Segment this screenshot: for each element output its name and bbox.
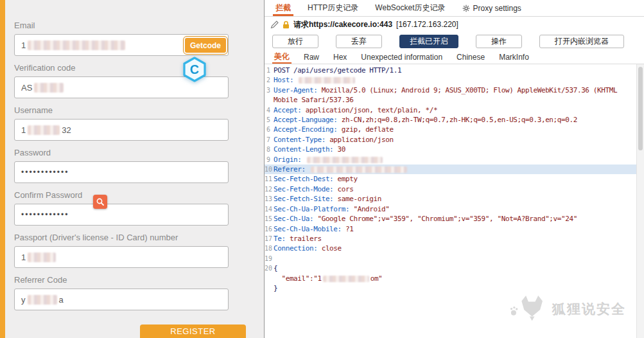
token: Accept: [274,106,306,114]
line-number: 5 [265,115,274,125]
line-number: 12 [265,184,274,194]
line-number [265,283,274,293]
line-number: 19 [265,254,274,263]
token: trailers [290,235,322,243]
email-input[interactable]: 1Getcode [14,34,229,56]
request-bar: 请求https://cakecore.io:443 [167.172.163.2… [265,17,644,32]
username-field: Username132 [14,105,229,141]
line-content: Content-Type: application/json [274,135,394,145]
field-value: 1 [21,40,26,50]
token: 30 [338,145,345,154]
register-button[interactable]: REGISTER [140,325,246,338]
line-content: Sec-Ch-Ua-Platform: "Android" [274,204,389,214]
token: application/json, text/plain, */* [306,106,437,114]
view-tab-chinese[interactable]: Chinese [449,50,492,64]
line-number: 17 [265,234,274,244]
screenshot-magnifier-icon[interactable] [93,195,107,209]
line-number: 14 [265,204,274,214]
line-content: "email":"1om" [274,274,382,283]
view-tab-hex[interactable]: Hex [326,50,354,64]
view-tab-markinfo[interactable]: MarkInfo [492,50,536,64]
http-line: 8Content-Length: 30 [265,145,636,154]
token: Te: [274,235,290,243]
line-content: Accept-Language: zh-CN,zh;q=0.8,zh-TW;q=… [274,115,577,125]
redacted-text [28,253,56,262]
line-content: Sec-Fetch-Mode: cors [274,184,353,194]
view-tab-pretty[interactable]: 美化 [267,50,297,64]
http-line: 14Sec-Ch-Ua-Platform: "Android" [265,204,636,214]
username-input[interactable]: 132 [14,119,229,141]
field-value: 32 [62,125,71,135]
token: zh-CN,zh;q=0.8,zh-TW;q=0.7,zh-HK;q=0.5,e… [342,116,577,124]
field-value: 1 [21,253,26,262]
referrer-code-field: Referrer Codeya [14,275,229,310]
token: Sec-Ch-Ua-Platform: [274,205,353,213]
proxy-top-tabs: 拦截HTTP历史记录WebSocket历史记录Proxy settings [265,0,644,17]
line-number: 9 [265,155,274,165]
view-tab-unexpected-information[interactable]: Unexpected information [354,50,449,64]
drop-button[interactable]: 丢弃 [336,35,382,48]
tab-proxy-settings[interactable]: Proxy settings [454,0,530,16]
http-line: 6Accept-Encoding: gzip, deflate [265,125,636,134]
redacted-text [28,40,125,50]
line-content: { [274,263,277,273]
token: Connection: [274,244,322,253]
line-content: Sec-Ch-Ua-Mobile: ?1 [274,224,353,234]
gear-icon [462,4,470,12]
referrer-code-input[interactable]: ya [14,289,229,310]
token: Host: [274,76,297,84]
line-number [265,95,274,105]
scrollbar-thumb[interactable] [638,67,643,150]
line-number: 8 [265,145,274,154]
token: Accept-Language: [274,116,342,124]
passport-number-input[interactable]: 1 [14,246,229,268]
token: gzip, deflate [342,125,394,134]
intercept-toggle-button[interactable]: 拦截已开启 [399,35,458,48]
http-line: 18Connection: close [265,244,636,253]
http-line: 9Origin: [265,155,636,165]
http-editor[interactable]: 1POST /api/users/getcode HTTP/1.12Host: … [265,64,636,338]
screen: Email1GetcodeVerification codeASUsername… [0,0,644,338]
line-number: 3 [265,85,274,95]
open-embedded-browser-button[interactable]: 打开内嵌浏览器 [539,35,624,48]
tab-http-history[interactable]: HTTP历史记录 [299,0,367,16]
line-number: 7 [265,135,274,145]
magnifier-glyph-icon [96,197,105,206]
token: Mozilla/5.0 (Linux; Android 9; ASUS_X00T… [322,86,617,94]
line-content: Host: [274,75,356,85]
referrer-code-label: Referrer Code [14,275,229,285]
redacted-text [28,125,60,135]
line-number: 6 [265,125,274,134]
edit-pencil-icon[interactable] [270,21,279,29]
tab-intercept[interactable]: 拦截 [267,0,299,16]
token: Content-Type: [274,136,329,144]
tab-label: WebSocket历史记录 [375,3,445,13]
message-view-tabs: 美化RawHexUnexpected informationChineseMar… [265,50,644,64]
action-button[interactable]: 操作 [476,35,522,48]
confirm-password-input[interactable]: •••••••••••• [14,204,229,226]
http-line: 15Sec-Ch-Ua: "Google Chrome";v="359", "C… [265,214,636,224]
http-line: 4Accept: application/json, text/plain, *… [265,105,636,115]
http-line: 3User-Agent: Mozilla/5.0 (Linux; Android… [265,85,636,95]
line-content: } [274,283,277,293]
editor-scrollbar[interactable] [636,64,644,338]
http-line: 10Referer: [265,165,636,174]
tab-label: 拦截 [275,3,291,13]
forward-button[interactable]: 放行 [272,35,318,48]
token: Mobile Safari/537.36 [274,96,353,104]
message-editor-wrap: 1POST /api/users/getcode HTTP/1.12Host: … [265,64,644,338]
http-line: 7Content-Type: application/json [265,135,636,145]
line-content: Mobile Safari/537.36 [274,95,353,105]
line-content: Origin: [274,155,384,165]
view-tab-raw[interactable]: Raw [297,50,326,64]
token: "Google Chrome";v="359", "Chromium";v="3… [317,215,577,223]
token: Origin: [274,156,306,164]
tab-websocket-history[interactable]: WebSocket历史记录 [367,0,453,16]
password-input[interactable]: •••••••••••• [14,161,229,183]
redacted-text [323,276,369,282]
getcode-button[interactable]: Getcode [184,37,227,54]
line-number: 2 [265,75,274,85]
token: Accept-Encoding: [274,125,342,134]
http-line: 20{ [265,263,636,273]
tab-label: HTTP历史记录 [308,3,358,13]
